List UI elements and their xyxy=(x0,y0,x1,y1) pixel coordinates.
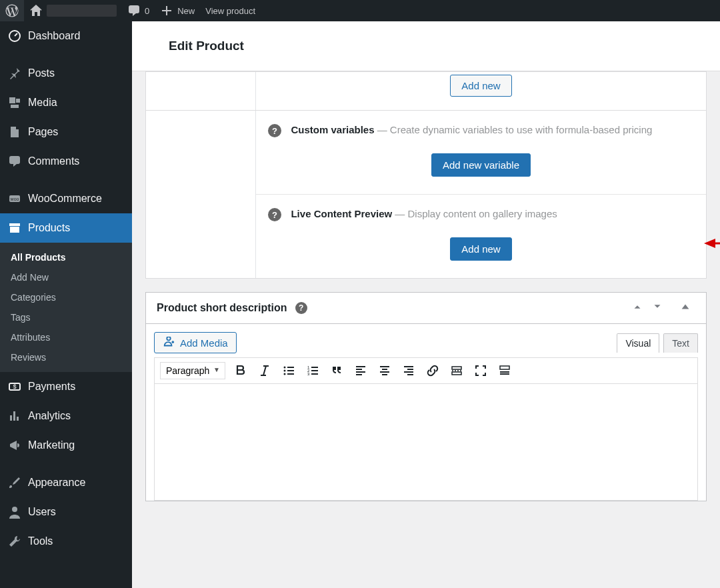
metabox-move-down[interactable] xyxy=(647,301,667,315)
submenu-tags[interactable]: Tags xyxy=(0,307,132,327)
live-preview-title: Live Content Preview xyxy=(291,208,392,219)
sidebar-item-products[interactable]: Products xyxy=(0,213,132,243)
link-button[interactable] xyxy=(424,362,441,379)
metabox-header: Product short description ? xyxy=(146,293,706,324)
add-new-variable-button[interactable]: Add new variable xyxy=(431,153,531,177)
align-center-icon xyxy=(378,364,391,377)
sidebar-item-tools[interactable]: Tools xyxy=(0,527,132,556)
wordpress-logo-icon xyxy=(5,4,19,17)
new-label: New xyxy=(177,6,195,16)
metabox-collapse[interactable] xyxy=(675,301,695,315)
admin-sidebar: Dashboard Posts Media Pages Comments woo… xyxy=(0,21,132,588)
sidebar-item-media[interactable]: Media xyxy=(0,88,132,117)
blockquote-button[interactable] xyxy=(328,362,345,379)
align-center-button[interactable] xyxy=(376,362,393,379)
svg-text:$: $ xyxy=(13,383,16,390)
live-preview-desc: Display content on gallery images xyxy=(408,208,557,219)
brush-icon xyxy=(8,476,21,489)
add-media-button[interactable]: Add Media xyxy=(154,332,237,353)
read-more-icon xyxy=(450,364,463,377)
comment-icon xyxy=(127,4,141,17)
svg-text:woo: woo xyxy=(10,197,19,201)
help-icon[interactable]: ? xyxy=(295,302,307,314)
woo-icon: woo xyxy=(8,192,21,205)
wp-logo-menu[interactable] xyxy=(0,0,24,21)
list-ol-icon: 123 xyxy=(306,364,319,377)
sidebar-item-users[interactable]: Users xyxy=(0,497,132,527)
sidebar-item-analytics[interactable]: Analytics xyxy=(0,401,132,431)
main-content: Edit Product Add new ? Custom variables … xyxy=(132,21,720,588)
align-left-button[interactable] xyxy=(352,362,369,379)
bold-button[interactable] xyxy=(232,362,249,379)
sidebar-item-pages[interactable]: Pages xyxy=(0,117,132,147)
submenu-attributes[interactable]: Attributes xyxy=(0,327,132,347)
sidebar-item-payments[interactable]: $ Payments xyxy=(0,372,132,401)
align-right-button[interactable] xyxy=(400,362,417,379)
sidebar-item-dashboard[interactable]: Dashboard xyxy=(0,21,132,51)
tab-text[interactable]: Text xyxy=(663,333,698,353)
section-custom-variables: ? Custom variables — Create dynamic vari… xyxy=(256,111,706,194)
pin-icon xyxy=(8,67,21,80)
user-icon xyxy=(8,505,21,519)
comment-count: 0 xyxy=(145,6,149,16)
tab-visual[interactable]: Visual xyxy=(617,333,659,353)
media-icon xyxy=(8,96,21,109)
italic-button[interactable] xyxy=(256,362,273,379)
options-panel-tabs-main xyxy=(146,111,256,278)
fullscreen-button[interactable] xyxy=(472,362,489,379)
help-icon[interactable]: ? xyxy=(268,124,281,137)
add-new-live-preview-button[interactable]: Add new xyxy=(450,237,511,261)
paragraph-format-select[interactable]: Paragraph xyxy=(160,362,225,379)
options-panel: ? Custom variables — Create dynamic vari… xyxy=(145,111,707,279)
options-panel-top: Add new xyxy=(145,71,707,111)
annotation-arrow xyxy=(701,235,720,255)
short-description-heading: Product short description xyxy=(157,302,287,314)
toolbar-toggle-button[interactable] xyxy=(496,362,513,379)
insert-more-button[interactable] xyxy=(448,362,465,379)
media-add-icon xyxy=(163,337,175,349)
kitchen-sink-icon xyxy=(498,364,511,377)
custom-variables-desc: Create dynamic variables to use with for… xyxy=(390,124,653,135)
submenu-add-new[interactable]: Add New xyxy=(0,267,132,287)
list-ul-icon xyxy=(282,364,295,377)
sidebar-item-posts[interactable]: Posts xyxy=(0,59,132,88)
help-icon[interactable]: ? xyxy=(268,208,281,221)
section-live-content-preview: ? Live Content Preview — Display content… xyxy=(256,194,706,278)
submenu-all-products[interactable]: All Products xyxy=(0,247,132,267)
megaphone-icon xyxy=(8,439,21,452)
bullet-list-button[interactable] xyxy=(280,362,297,379)
topbar-view-product[interactable]: View product xyxy=(200,0,261,21)
svg-marker-7 xyxy=(704,239,715,248)
numbered-list-button[interactable]: 123 xyxy=(304,362,321,379)
svg-point-10 xyxy=(284,373,286,375)
home-icon xyxy=(29,4,43,17)
add-new-button-top[interactable]: Add new xyxy=(450,75,511,97)
bold-icon xyxy=(234,364,247,377)
sidebar-item-appearance[interactable]: Appearance xyxy=(0,468,132,497)
sidebar-item-marketing[interactable]: Marketing xyxy=(0,431,132,460)
chevron-down-icon xyxy=(651,301,663,313)
triangle-up-icon xyxy=(679,301,691,313)
topbar-new[interactable]: New xyxy=(155,0,200,21)
fullscreen-icon xyxy=(474,364,487,377)
dashboard-icon xyxy=(8,29,21,43)
archive-icon xyxy=(8,221,21,235)
product-short-description-box: Product short description ? Add Media Vi… xyxy=(145,292,707,501)
metabox-move-up[interactable] xyxy=(627,301,647,315)
submenu-categories[interactable]: Categories xyxy=(0,287,132,307)
svg-point-5 xyxy=(12,507,17,512)
editor-textarea[interactable] xyxy=(154,384,698,501)
submenu-reviews[interactable]: Reviews xyxy=(0,347,132,367)
sidebar-item-woocommerce[interactable]: woo WooCommerce xyxy=(0,184,132,213)
analytics-icon xyxy=(8,409,21,423)
svg-rect-14 xyxy=(500,366,509,369)
svg-point-9 xyxy=(284,370,286,372)
editor-mode-tabs: Visual Text xyxy=(617,333,698,353)
svg-point-8 xyxy=(284,367,286,369)
pages-icon xyxy=(8,125,21,139)
wrench-icon xyxy=(8,535,21,548)
topbar-home[interactable] xyxy=(24,0,122,21)
sidebar-item-comments[interactable]: Comments xyxy=(0,147,132,176)
topbar-comments[interactable]: 0 xyxy=(122,0,155,21)
admin-topbar: 0 New View product xyxy=(0,0,720,21)
